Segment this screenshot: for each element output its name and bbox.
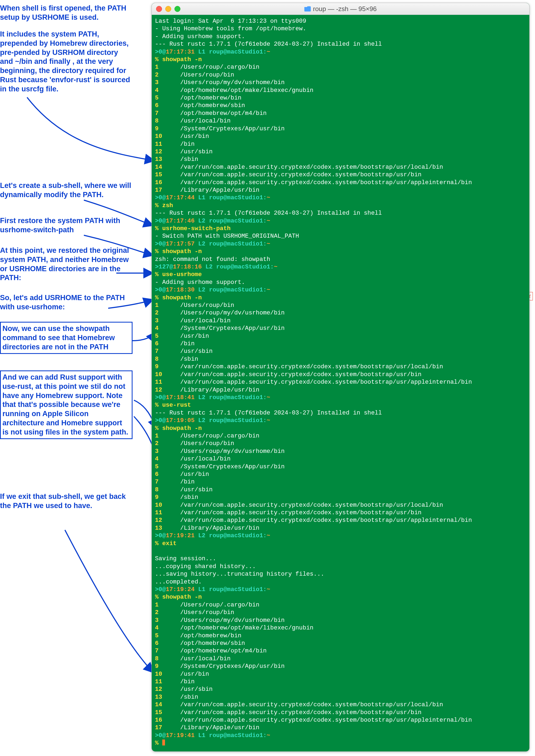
save-3: ...saving history...truncating history f… [155, 571, 324, 578]
save-4: ...completed. [155, 579, 202, 585]
prompt-line-8: >0@17:19:05 L2 roup@macStudio1:~ [155, 417, 270, 424]
rust-line-3: --- Rust rustc 1.77.1 (7cf61ebde 2024-03… [155, 410, 382, 417]
window-title: roup — -zsh — 95×96 [313, 5, 377, 13]
prompt-line-9: >0@17:19:21 L2 roup@macStudio1:~ [155, 532, 270, 539]
rust-line-2: --- Rust rustc 1.77.1 (7cf61ebde 2024-03… [155, 210, 382, 217]
switch-msg: - Switch PATH with USRHOME_ORIGINAL_PATH [155, 233, 299, 240]
path-list-4: 1 /Users/roup/.cargo/bin 2 /Users/roup/b… [155, 602, 472, 731]
annotation-showpath-box: Now, we can use the showpath command to … [0, 322, 132, 354]
terminal-window: roup — -zsh — 95×96 Last login: Sat Apr … [152, 3, 530, 752]
usr-line: - Adding usrhome support. [155, 33, 245, 40]
annotation-initial-path-a: When shell is first opened, the PATH set… [0, 4, 132, 22]
cursor [162, 740, 165, 745]
path-list-2: 1 /Users/roup/bin 2 /Users/roup/my/dv/us… [155, 302, 472, 393]
hb-line: - Using Homebrew tools from /opt/homebre… [155, 25, 306, 32]
prompt-sym: % [155, 56, 162, 63]
folder-icon [304, 6, 311, 12]
cmd-use-usrhome: use-usrhome [162, 271, 202, 278]
cmd-switch: usrhome-switch-path [162, 225, 231, 232]
prompt-line-3: >0@17:17:46 L2 roup@macStudio1:~ [155, 218, 270, 225]
path-list-1: 1 /Users/roup/.cargo/bin 2 /Users/roup/b… [155, 64, 472, 194]
annotation-restored-state: At this point, we restored the original … [0, 246, 132, 283]
path-list-3: 1 /Users/roup/.cargo/bin 2 /Users/roup/b… [155, 433, 472, 531]
prompt-line-11: >0@17:19:41 L1 roup@macStudio1:~ [155, 732, 270, 739]
prompt-line-7: >0@17:18:41 L2 roup@macStudio1:~ [155, 394, 270, 401]
login-line: Last login: Sat Apr 6 17:13:23 on ttys00… [155, 18, 306, 25]
annotation-exit: If we exit that sub-shell, we get back t… [0, 492, 132, 510]
cmd-showpath-5: showpath -n [162, 594, 202, 601]
usr-line-2: - Adding usrhome support. [155, 279, 245, 286]
cmd-exit: exit [162, 540, 177, 547]
cmd-showpath-1: showpath -n [162, 56, 202, 63]
prompt-line-4: >0@17:17:57 L2 roup@macStudio1:~ [155, 241, 270, 247]
annotation-restore: First restore the system PATH with usrho… [0, 216, 132, 235]
save-2: ...copying shared history... [155, 563, 256, 570]
prompt-line-1: >0@17:17:31 L1 roup@macStudio1:~ [155, 49, 270, 55]
prompt-line-2: >0@17:17:44 L1 roup@macStudio1:~ [155, 194, 270, 201]
notfound-line: zsh: command not found: showpath [155, 256, 270, 263]
annotation-add-usrhome: So, let's add USRHOME to the PATH with u… [0, 293, 132, 312]
prompt-line-6: >0@17:18:30 L2 roup@macStudio1:~ [155, 286, 270, 293]
cmd-zsh: zsh [162, 202, 173, 209]
save-1: Saving session... [155, 555, 216, 562]
annotation-subshell: Let's create a sub-shell, where we will … [0, 181, 132, 200]
prompt-line-5: >127@17:18:16 L2 roup@macStudio1:~ [155, 264, 277, 270]
window-titlebar: roup — -zsh — 95×96 [152, 3, 529, 15]
annotation-initial-path-b: It includes the system PATH, prepended b… [0, 30, 132, 94]
rust-line-1: --- Rust rustc 1.77.1 (7cf61ebde 2024-03… [155, 41, 382, 48]
cmd-use-rust: use-rust [162, 402, 191, 409]
prompt-line-10: >0@17:19:24 L1 roup@macStudio1:~ [155, 586, 270, 593]
terminal-body[interactable]: Last login: Sat Apr 6 17:13:23 on ttys00… [152, 15, 529, 751]
cmd-showpath-2: showpath -n [162, 248, 202, 255]
annotation-use-rust-box: And we can add Rust support with use-rus… [0, 370, 132, 439]
cmd-showpath-3: showpath -n [162, 294, 202, 301]
cmd-showpath-4: showpath -n [162, 425, 202, 432]
